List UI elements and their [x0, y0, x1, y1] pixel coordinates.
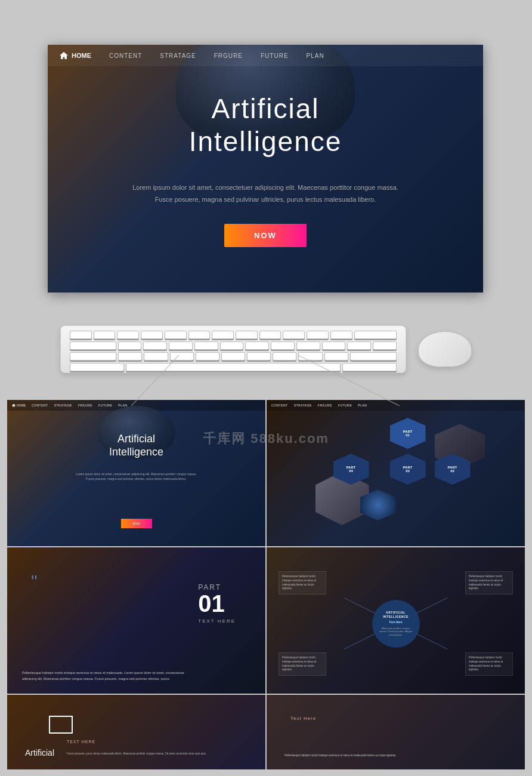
keyboard-image: [60, 325, 406, 373]
thumb-nav-home: HOME: [12, 404, 26, 407]
thumb-title: Artificial Intelligence: [7, 433, 265, 458]
key: [296, 341, 320, 350]
thumb-3-body: Pellentesque habitant morbi tristique se…: [22, 670, 200, 682]
key: [194, 341, 218, 350]
key: [220, 341, 244, 350]
thumb-nav-frgure: FRGURE: [78, 404, 92, 407]
keyboard-section: [0, 313, 532, 385]
thumb-cta-button[interactable]: NOW: [120, 519, 151, 528]
thumb2-nav-future: FUTURE: [338, 404, 352, 407]
ai-diagram: Pellentesque habitant morbi tristique se…: [267, 559, 525, 688]
thumb-5-title: Artificial: [25, 748, 54, 757]
quote-mark: ": [31, 571, 38, 592]
key: [169, 341, 193, 350]
hex-container: PART 01 PART 02 PART 03 PART 04: [304, 418, 494, 537]
part-text-here: TEXT HERE: [198, 618, 236, 624]
home-icon: [60, 52, 68, 59]
part-number-block: PART 01 TEXT HERE: [198, 583, 236, 624]
key: [342, 363, 397, 371]
key: [170, 352, 194, 361]
key: [307, 331, 329, 339]
key: [70, 341, 116, 350]
thumb-nav-home-label: HOME: [17, 404, 26, 407]
hero-slide: HOME CONTENT STRATAGE FRGURE FUTURE PLAN…: [48, 45, 483, 292]
key: [247, 352, 271, 361]
key: [245, 341, 269, 350]
nav-content[interactable]: CONTENT: [109, 53, 142, 59]
hero-title: Artificial Intelligence: [48, 93, 483, 158]
key: [141, 331, 163, 339]
key: [347, 341, 371, 350]
hero-content: Artificial Intelligence Lorem ipsum dolo…: [48, 93, 483, 247]
key: [118, 352, 142, 361]
nav-plan[interactable]: PLAN: [307, 53, 324, 59]
thumb-nav-stratage: STRATAGE: [54, 404, 72, 407]
thumb-subtitle: Lorem ipsum dolor sit amet, consectetuer…: [19, 472, 253, 481]
key: [144, 352, 168, 361]
key: [236, 331, 258, 339]
thumb-6-body: Pellentesque habitant morbi tristique se…: [284, 753, 507, 757]
key: [259, 331, 282, 339]
home-icon: [12, 404, 16, 407]
key: [354, 331, 397, 339]
thumbnail-ai-diagram[interactable]: Pellentesque habitant morbi tristique se…: [267, 547, 525, 694]
key: [188, 331, 211, 339]
key: [165, 331, 187, 339]
thumbnail-part01[interactable]: " PART 01 TEXT HERE Pellentesque habitan…: [7, 547, 265, 694]
key: [330, 331, 352, 339]
thumb-2-nav: CONTENT STRATAGE FRGURE FUTURE PLAN: [267, 400, 525, 411]
thumb-5-box: [49, 716, 73, 734]
key: [350, 352, 397, 361]
thumb-6-content: Text Here Pellentesque habitant morbi tr…: [273, 707, 519, 763]
key: [196, 352, 219, 361]
key: [322, 341, 346, 350]
key: [283, 331, 305, 339]
hero-subtitle: Lorem ipsum dolor sit amet, consectetuer…: [48, 182, 483, 206]
thumb2-nav-stratage: STRATAGE: [294, 404, 312, 407]
nav-frgure[interactable]: FRGURE: [214, 53, 243, 59]
thumb-5-label: TEXT HERE: [67, 740, 95, 744]
thumb-nav-future: FUTURE: [98, 404, 112, 407]
nav-stratage[interactable]: STRATAGE: [160, 53, 196, 59]
key: [221, 352, 245, 361]
hero-cta-button[interactable]: NOW: [224, 224, 307, 247]
key: [70, 331, 92, 339]
hero-nav: HOME CONTENT STRATAGE FRGURE FUTURE PLAN: [48, 45, 483, 66]
thumbnail-content[interactable]: CONTENT STRATAGE FRGURE FUTURE PLAN PART…: [267, 400, 525, 546]
key: [70, 352, 116, 361]
keyboard-body: [60, 325, 406, 373]
thumb-nav-content: CONTENT: [32, 404, 48, 407]
key: [271, 341, 295, 350]
key: [94, 331, 116, 339]
thumbnail-bottom-left[interactable]: TEXT HERE Fusce posuere, purus lectus ma…: [7, 695, 265, 769]
mouse-image: [418, 331, 472, 367]
key: [118, 341, 142, 350]
key: [143, 341, 167, 350]
nav-home-label: HOME: [72, 52, 91, 59]
thumb2-nav-content: CONTENT: [271, 404, 288, 407]
key: [324, 352, 348, 361]
thumbnail-grid: HOME CONTENT STRATAGE FRGURE FUTURE PLAN…: [7, 400, 525, 769]
thumb-5-content: TEXT HERE Fusce posuere, purus lectus ma…: [19, 707, 253, 763]
ai-center-circle: ARTIFICIAL INTELLIGENCE Text Here Maecen…: [372, 600, 420, 648]
key: [373, 341, 397, 350]
key: [117, 331, 139, 339]
thumb-5-text: Fusce posuere, purus lectus malesuada li…: [67, 752, 253, 756]
thumbnail-home[interactable]: HOME CONTENT STRATAGE FRGURE FUTURE PLAN…: [7, 400, 265, 546]
hex-part-01: PART 01: [390, 418, 426, 449]
key: [70, 363, 124, 371]
hex-part-03: PART 03: [390, 454, 426, 485]
nav-future[interactable]: FUTURE: [261, 53, 289, 59]
thumb-6-text-here: Text Here: [290, 716, 316, 721]
thumb2-nav-frgure: FRGURE: [318, 404, 332, 407]
thumb2-nav-plan: PLAN: [358, 404, 367, 407]
key: [273, 352, 296, 361]
thumbnail-bottom-right[interactable]: Text Here Pellentesque habitant morbi tr…: [267, 695, 525, 769]
key-spacebar: [126, 363, 340, 371]
nav-home[interactable]: HOME: [60, 52, 91, 59]
key: [212, 331, 234, 339]
key: [298, 352, 322, 361]
part-num: 01: [198, 592, 236, 615]
hex-grid: PART 01 PART 02 PART 03 PART 04: [279, 415, 519, 540]
